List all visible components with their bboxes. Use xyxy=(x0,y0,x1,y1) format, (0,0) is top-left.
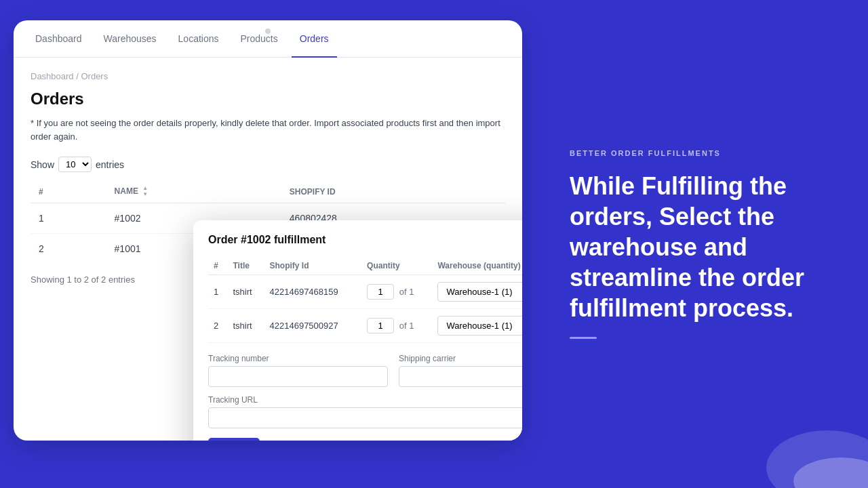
fulfill-col-title: Title xyxy=(227,257,264,275)
col-header-name: NAME ▲▼ xyxy=(106,180,281,203)
tracking-number-input[interactable] xyxy=(208,366,388,387)
qty-input-2[interactable] xyxy=(367,318,394,333)
col-header-num: # xyxy=(31,180,106,203)
fulfillment-row: 1 tshirt 42214697468159 of 1 Warehouse-1… xyxy=(208,275,522,309)
fulfill-title: tshirt xyxy=(227,275,264,309)
col-header-shopify: SHOPIFY ID xyxy=(281,180,505,203)
fulfillment-modal: Order #1002 fulfillment # Title Shopify … xyxy=(193,220,522,441)
nav-item-dashboard[interactable]: Dashboard xyxy=(27,21,90,58)
fulfill-qty-cell: of 1 xyxy=(361,309,432,343)
card-dot xyxy=(265,28,271,34)
nav-item-orders[interactable]: Orders xyxy=(292,21,337,58)
tagline: BETTER ORDER FULFILLMENTS xyxy=(570,149,834,157)
tracking-row: Tracking number Shipping carrier xyxy=(208,354,522,387)
fulfill-shopify-id: 42214697500927 xyxy=(264,309,362,343)
warehouse-select-2[interactable]: Warehouse-1 (1) xyxy=(437,316,522,336)
fulfill-col-qty: Quantity xyxy=(361,257,432,275)
fulfill-col-shopify: Shopify Id xyxy=(264,257,362,275)
decorative-shape xyxy=(732,407,868,488)
save-button[interactable]: SAVE xyxy=(208,438,260,441)
entries-select[interactable]: 10 25 50 xyxy=(58,157,92,172)
fulfill-shopify-id: 42214697468159 xyxy=(264,275,362,309)
order-num: 2 xyxy=(31,234,106,264)
breadcrumb-root: Dashboard xyxy=(31,71,74,81)
app-card: Dashboard Warehouses Locations Products … xyxy=(14,20,522,441)
main-nav: Dashboard Warehouses Locations Products … xyxy=(14,20,522,58)
page-title: Orders xyxy=(31,89,505,108)
modal-title: Order #1002 fulfillment xyxy=(208,234,522,246)
nav-item-warehouses[interactable]: Warehouses xyxy=(96,21,165,58)
tracking-url-label: Tracking URL xyxy=(208,395,522,405)
shipping-carrier-label: Shipping carrier xyxy=(399,354,522,363)
nav-item-locations[interactable]: Locations xyxy=(170,21,227,58)
qty-of-label: of 1 xyxy=(399,287,414,297)
order-num: 1 xyxy=(31,203,106,234)
qty-input-1[interactable] xyxy=(367,284,394,300)
nav-item-products[interactable]: Products xyxy=(233,21,286,58)
name-sort-icon[interactable]: ▲▼ xyxy=(142,186,148,197)
fulfill-col-num: # xyxy=(208,257,227,275)
table-controls: Show 10 25 50 entries xyxy=(31,157,505,172)
tracking-url-input[interactable] xyxy=(208,407,522,428)
left-panel: Dashboard Warehouses Locations Products … xyxy=(0,0,536,488)
qty-of-label: of 1 xyxy=(399,321,414,331)
tracking-url-group: Tracking URL xyxy=(208,395,522,438)
show-label: Show xyxy=(31,159,54,170)
fulfill-col-warehouse: Warehouse (quantity) xyxy=(432,257,522,275)
fulfillment-table: # Title Shopify Id Quantity Warehouse (q… xyxy=(208,257,522,343)
fulfill-warehouse-cell: Warehouse-1 (1) xyxy=(432,275,522,309)
tracking-number-group: Tracking number xyxy=(208,354,388,387)
shipping-carrier-group: Shipping carrier xyxy=(399,354,522,387)
shipping-carrier-input[interactable] xyxy=(399,366,522,387)
fulfill-num: 2 xyxy=(208,309,227,343)
fulfillment-row: 2 tshirt 42214697500927 of 1 Warehouse-1… xyxy=(208,309,522,343)
fulfill-qty-cell: of 1 xyxy=(361,275,432,309)
fulfill-warehouse-cell: Warehouse-1 (1) xyxy=(432,309,522,343)
entries-label: entries xyxy=(96,159,124,170)
fulfill-title: tshirt xyxy=(227,309,264,343)
warning-text: * If you are not seeing the order detail… xyxy=(31,117,505,143)
breadcrumb: Dashboard / Orders xyxy=(31,71,505,81)
right-panel: BETTER ORDER FULFILLMENTS While Fulfilli… xyxy=(536,0,868,488)
fulfill-num: 1 xyxy=(208,275,227,309)
headline: While Fulfilling the orders, Select the … xyxy=(570,171,834,323)
warehouse-select-1[interactable]: Warehouse-1 (1) xyxy=(437,282,522,302)
breadcrumb-current: Orders xyxy=(81,71,108,81)
tracking-number-label: Tracking number xyxy=(208,354,388,363)
divider xyxy=(570,337,597,339)
